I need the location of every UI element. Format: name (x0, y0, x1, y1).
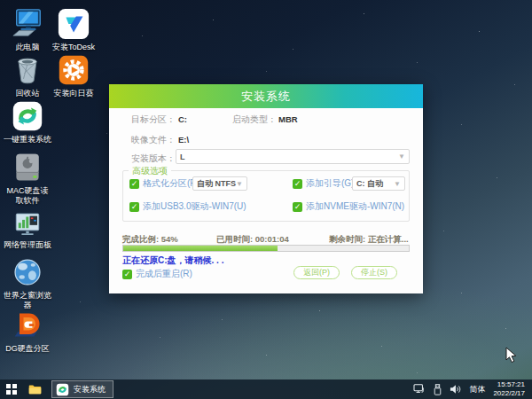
install-system-dialog: 安装系统 目标分区： C: 启动类型： MBR 映像文件： E:\ 安装版本： … (109, 84, 423, 293)
boot-target-value: C: 自动 (356, 178, 383, 190)
desktop-icon-label: 一键重装系统 (4, 135, 51, 145)
checkbox-checked-icon[interactable]: ✓ (122, 270, 132, 279)
clock-time: 15:57:21 (493, 380, 525, 389)
mac-disk-icon (11, 151, 44, 184)
nvme-driver-label: 添加NVME驱动-WIN7(N) (306, 200, 404, 213)
stop-button-label: 停止(S) (361, 267, 387, 278)
target-partition-value: C: (178, 114, 187, 124)
taskbar: 安装系统 简体 15:57:21 20 (0, 379, 532, 399)
restart-after-option[interactable]: ✓ 完成后重启(R) (122, 268, 192, 280)
add-boot-label: 添加引导(G): (306, 177, 356, 190)
desktop-icon-browser[interactable]: 世界之窗浏览器 (4, 255, 51, 311)
recycle-bin-icon (11, 53, 44, 87)
restore-status-text: 正在还原C:盘，请稍候. . . (122, 254, 223, 267)
chevron-down-icon: ▼ (236, 180, 243, 188)
usb3-driver-label: 添加USB3.0驱动-WIN7(U) (143, 200, 246, 213)
desktop-icon-label: MAC硬盘读取软件 (4, 186, 51, 207)
desktop-icon-recycle-bin[interactable]: 回收站 (4, 53, 51, 98)
desktop-icon-label: 安装ToDesk (48, 43, 99, 52)
windows-logo-icon (6, 384, 17, 395)
todesk-icon (57, 7, 90, 41)
taskbar-app-label: 安装系统 (74, 384, 106, 395)
diskgenius-icon (11, 309, 44, 342)
ime-indicator[interactable]: 简体 (469, 384, 485, 395)
format-type-select[interactable]: 自动 NTFS ▼ (192, 176, 247, 191)
desktop-icon-mac-disk[interactable]: MAC硬盘读取软件 (4, 151, 51, 207)
sunflower-icon (57, 53, 90, 87)
desktop-icon-label: 网络管理面板 (4, 240, 51, 250)
this-pc-icon (11, 7, 44, 41)
checkbox-checked-icon[interactable]: ✓ (293, 179, 302, 189)
progress-fill (123, 246, 278, 251)
install-version-label: 安装版本： (131, 153, 176, 165)
chevron-down-icon: ▼ (394, 180, 401, 188)
install-version-value: L (180, 153, 185, 161)
desktop-icon-reinstall[interactable]: 一键重装系统 (4, 99, 51, 145)
back-button[interactable]: 返回(P) (293, 266, 340, 279)
desktop-icon-todesk[interactable]: 安装ToDesk (48, 7, 99, 52)
back-button-label: 返回(P) (303, 267, 330, 278)
dialog-titlebar[interactable]: 安装系统 (109, 84, 423, 108)
format-partition-option[interactable]: ✓ 格式化分区(F): (129, 177, 201, 190)
file-explorer-button[interactable] (23, 379, 46, 399)
usb-icon[interactable] (434, 384, 442, 395)
reinstall-system-icon (56, 383, 69, 396)
image-file-label: 映像文件： (131, 134, 176, 146)
desktop-icon-this-pc[interactable]: 此电脑 (4, 7, 51, 52)
network-panel-icon (11, 210, 44, 239)
clock-date: 2022/2/17 (493, 389, 525, 398)
nvme-driver-option[interactable]: ✓ 添加NVME驱动-WIN7(N) (293, 200, 404, 213)
starfield (0, 0, 1, 1)
restart-after-label: 完成后重启(R) (136, 268, 192, 280)
system-tray: 简体 15:57:21 2022/2/17 (413, 380, 532, 398)
folder-icon (28, 384, 42, 395)
target-partition-label: 目标分区： (131, 113, 176, 126)
checkbox-checked-icon[interactable]: ✓ (129, 179, 139, 189)
desktop-icon-label: DG硬盘分区 (4, 344, 51, 354)
mouse-cursor (505, 347, 517, 367)
desktop-icon-sunflower[interactable]: 安装向日葵 (48, 53, 99, 98)
network-icon[interactable] (413, 384, 426, 395)
format-type-value: 自动 NTFS (197, 178, 236, 190)
desktop-icon-label: 回收站 (4, 89, 51, 98)
boot-type-label: 启动类型： (232, 113, 277, 126)
boot-type-value: MBR (278, 114, 298, 124)
start-button[interactable] (0, 379, 23, 399)
checkbox-checked-icon[interactable]: ✓ (293, 202, 302, 212)
stop-button[interactable]: 停止(S) (351, 266, 397, 279)
desktop-icon-diskgenius[interactable]: DG硬盘分区 (4, 309, 51, 354)
volume-icon[interactable] (450, 384, 461, 395)
usb3-driver-option[interactable]: ✓ 添加USB3.0驱动-WIN7(U) (129, 200, 246, 213)
checkbox-checked-icon[interactable]: ✓ (129, 202, 139, 212)
advanced-options-legend: 高级选项 (129, 165, 171, 177)
desktop-icon-label: 此电脑 (4, 43, 51, 52)
desktop-icon-label: 安装向日葵 (48, 89, 99, 98)
desktop-icon-network-panel[interactable]: 网络管理面板 (4, 210, 51, 250)
dialog-title: 安装系统 (241, 89, 291, 105)
chevron-down-icon: ▼ (398, 153, 405, 160)
boot-target-select[interactable]: C: 自动 ▼ (352, 176, 405, 191)
reinstall-system-icon (11, 99, 44, 133)
progress-bar (122, 245, 410, 252)
add-boot-option[interactable]: ✓ 添加引导(G): (293, 177, 356, 190)
browser-globe-icon (11, 255, 44, 289)
image-file-value: E:\ (178, 135, 189, 145)
taskbar-clock[interactable]: 15:57:21 2022/2/17 (493, 380, 525, 398)
desktop: 此电脑 安装ToDesk 回收站 (0, 0, 532, 399)
install-version-select[interactable]: L ▼ (176, 149, 410, 164)
taskbar-app-install-system[interactable]: 安装系统 (51, 380, 113, 398)
